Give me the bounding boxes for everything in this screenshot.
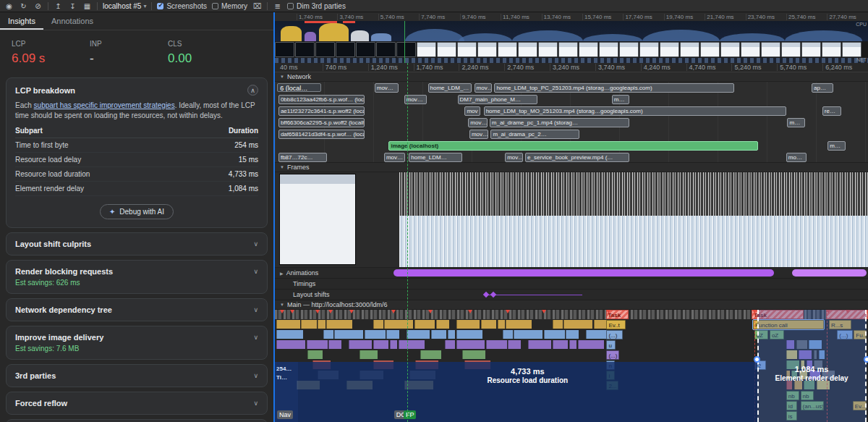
network-request[interactable]: ae11f23272c3641-s.p.woff2 (localhost) [278,106,365,116]
screenshot-thumb[interactable] [761,42,780,57]
screenshot-thumb[interactable] [376,42,396,57]
network-request[interactable]: mov… [475,83,493,93]
network-request[interactable]: home_LDM_top_PC_251203.mp4 (storag…googl… [494,83,734,93]
flame-event[interactable]: 2... [606,381,618,390]
screenshot-thumb[interactable] [599,42,618,57]
screenshot-thumb[interactable] [842,42,861,57]
network-request[interactable]: mov… [505,153,523,162]
load-profile-icon[interactable]: ↥ [54,1,63,12]
element-render-delay-region[interactable]: 1,084 ms Element render delay [757,310,867,422]
screenshot-thumb[interactable] [396,42,416,57]
network-request[interactable]: home_LDM_top_MO_251203.mp4 (storag…googl… [484,106,786,116]
network-request[interactable]: 0bb8c123aa42fb6-s.p.wof… (localhost) [278,95,365,104]
network-request[interactable]: fb87…72c… [278,153,327,162]
network-request[interactable]: mov… [375,83,399,93]
network-request[interactable]: DM7_main_phone_M… [458,95,538,104]
frames-track-header[interactable]: ▼ Frames [275,163,868,172]
screenshot-thumb[interactable] [700,42,720,57]
flame-event[interactable]: n [606,360,614,370]
flame-event[interactable]: (...) [606,350,619,360]
insight-card-render-blocking-requests[interactable]: Render blocking requests∨Est savings: 62… [6,260,268,294]
time-ruler[interactable]: 40 ms740 ms1,240 ms1,740 ms2,240 ms2,740… [275,63,868,72]
flame-event[interactable]: u [606,340,616,350]
screenshot-thumb[interactable] [680,42,699,57]
screenshot-thumb[interactable] [741,42,760,57]
frames-track[interactable] [275,172,868,268]
insight-card-forced-reflow[interactable]: Forced reflow∨ [6,392,268,415]
insight-card-use-efficient-cache-lifetimes[interactable]: Use efficient cache lifetimes∨ [6,419,268,422]
history-selector[interactable]: localhost #5 ▾ [103,2,146,10]
overview-time-ruler[interactable]: 1,740 ms3,740 ms5,740 ms7,740 ms9,740 ms… [275,12,868,21]
screenshot-thumb[interactable] [356,42,375,57]
network-request[interactable]: mov… [469,130,488,139]
screenshot-thumb[interactable] [579,42,598,57]
save-profile-icon[interactable]: ↧ [68,1,77,12]
network-request[interactable]: mo… [786,153,807,162]
layout-shift-marker[interactable] [483,292,489,297]
network-track-header[interactable]: ▼ Network [275,72,868,82]
screenshot-thumb[interactable] [660,42,679,57]
memory-checkbox[interactable]: Memory [212,2,247,10]
flame-event[interactable]: i [606,371,614,380]
network-request[interactable]: m… [787,118,805,127]
network-request[interactable]: m_ai_drame_pc_1.mp4 (storag… [490,118,630,127]
screenshots-checkbox[interactable]: Screenshots [157,2,207,10]
main-thread-flamechart[interactable]: TaskTask Ev..t(...)u(...)ni2...Function … [275,310,868,422]
screenshot-thumb[interactable] [518,42,537,57]
animation-bar[interactable] [393,269,774,277]
subpart-strategies-link[interactable]: subpart has specific improvement strateg… [34,101,175,109]
layout-shift-marker[interactable] [490,292,496,297]
screenshot-thumb[interactable] [477,42,497,57]
network-request[interactable]: mov… [384,153,406,162]
timings-track[interactable]: Timings [275,279,868,290]
main-track-header[interactable]: ▼ Main — http://localhost:3000/ldm/6 [275,300,868,310]
navigation-marker[interactable]: Nav [277,410,293,419]
layout-shifts-track[interactable]: Layout shifts [275,290,868,300]
range-handle[interactable] [754,356,760,363]
flame-event[interactable]: Ev..t [606,320,625,329]
collect-garbage-icon[interactable]: ⌧ [252,1,262,12]
reload-and-record-icon[interactable]: ↻ [19,1,28,12]
network-request[interactable]: 6 (local… [277,83,321,92]
insight-card-network-dependency-tree[interactable]: Network dependency tree∨ [6,298,268,321]
screenshot-thumb[interactable] [558,42,578,57]
debug-with-ai-button[interactable]: ✦ Debug with AI [100,204,174,219]
screenshot-thumb[interactable] [295,42,315,57]
screenshot-thumb[interactable] [781,42,801,57]
screenshot-thumb[interactable] [336,42,355,57]
live-metrics-icon[interactable]: ▦ [82,1,92,12]
insight-card-3rd-parties[interactable]: 3rd parties∨ [6,364,268,387]
network-request[interactable]: home_LDM… [409,153,462,162]
dim-3rd-parties-checkbox[interactable]: Dim 3rd parties [287,2,346,10]
screenshot-thumb[interactable] [720,42,740,57]
network-request[interactable]: bff66306ca2295-s.p.woff2 (localhost) [278,118,365,127]
capture-settings-icon[interactable]: ≣ [273,1,282,12]
screenshot-thumb[interactable] [801,42,821,57]
fp-marker[interactable]: FP [404,410,417,419]
network-request[interactable]: mov [464,106,480,116]
network-request[interactable]: m_ai_drama_pc_2… [490,130,579,139]
screenshot-thumb[interactable] [417,42,436,57]
screenshot-thumb[interactable] [822,42,841,57]
tab-insights[interactable]: Insights [0,12,43,30]
clear-icon[interactable]: ⊘ [33,1,43,12]
screenshot-thumb[interactable] [538,42,558,57]
screenshot-thumb[interactable] [498,42,517,57]
screenshot-thumb[interactable] [315,42,335,57]
network-request[interactable]: ap… [812,83,833,93]
screenshot-thumb[interactable] [619,42,639,57]
network-request[interactable]: m… [612,95,630,104]
record-icon[interactable]: ◉ [4,1,14,12]
tab-annotations[interactable]: Annotations [43,12,101,30]
network-request[interactable]: mov… [468,118,487,127]
network-request[interactable]: image (localhost) [388,141,758,151]
screenshot-thumb[interactable] [457,42,477,57]
screenshot-thumb[interactable] [437,42,456,57]
timeline-overview[interactable]: CPU NET [275,21,868,63]
collapse-icon[interactable]: ∧ [247,85,258,96]
screenshot-thumb[interactable] [639,42,659,57]
animations-track[interactable]: ▶ Animations [275,268,868,279]
screenshot-thumb[interactable] [275,42,294,57]
network-request[interactable]: re… [822,106,841,116]
flame-event[interactable]: (...) [606,330,623,339]
